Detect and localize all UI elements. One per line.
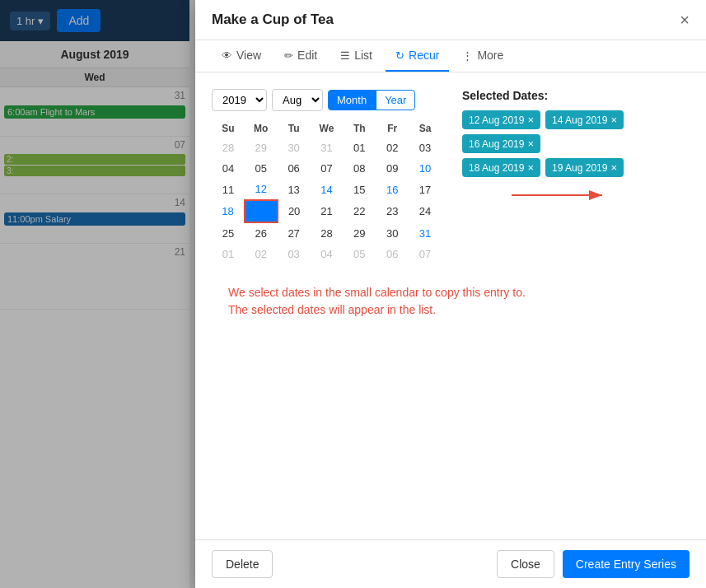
chip-remove-button[interactable]: × bbox=[527, 161, 534, 174]
recur-icon: ↻ bbox=[395, 49, 404, 62]
calendar-day[interactable]: 03 bbox=[409, 138, 442, 158]
tab-more[interactable]: ⋮ More bbox=[452, 40, 513, 72]
recur-section: 2019 Aug Month Year Su Mo bbox=[212, 89, 690, 264]
calendar-day[interactable]: 28 bbox=[212, 138, 245, 158]
modal-title: Make a Cup of Tea bbox=[212, 12, 334, 28]
calendar-week-row: 11 12 13 14 15 16 17 bbox=[212, 179, 442, 200]
tab-view-label: View bbox=[236, 49, 261, 62]
view-toggle: Month Year bbox=[328, 90, 415, 110]
calendar-day[interactable]: 27 bbox=[278, 222, 311, 244]
calendar-day[interactable]: 12 bbox=[245, 179, 278, 200]
modal-title-bar: Make a Cup of Tea × bbox=[195, 0, 706, 40]
calendar-day[interactable]: 04 bbox=[212, 158, 245, 179]
chip-remove-button[interactable]: × bbox=[610, 114, 617, 126]
modal-body: 2019 Aug Month Year Su Mo bbox=[195, 72, 706, 539]
tab-list[interactable]: ☰ List bbox=[330, 40, 382, 72]
mini-calendar: 2019 Aug Month Year Su Mo bbox=[212, 89, 442, 264]
calendar-day[interactable]: 29 bbox=[245, 138, 278, 158]
eye-icon: 👁 bbox=[222, 49, 232, 62]
year-view-button[interactable]: Year bbox=[376, 90, 415, 110]
calendar-day[interactable]: 24 bbox=[409, 200, 442, 222]
selected-dates-panel: Selected Dates: 12 Aug 2019 × 14 Aug 201… bbox=[462, 89, 690, 264]
calendar-day[interactable]: 07 bbox=[311, 158, 344, 179]
col-header-th: Th bbox=[343, 119, 376, 138]
chip-remove-button[interactable]: × bbox=[610, 161, 617, 174]
chip-remove-button[interactable]: × bbox=[527, 114, 534, 126]
calendar-day[interactable]: 21 bbox=[311, 200, 344, 222]
date-chip-3: 16 Aug 2019 × bbox=[462, 134, 540, 153]
month-view-button[interactable]: Month bbox=[328, 90, 376, 110]
calendar-day[interactable]: 16 bbox=[376, 179, 409, 200]
chip-label: 18 Aug 2019 bbox=[469, 162, 524, 174]
calendar-day[interactable]: 01 bbox=[343, 138, 376, 158]
tab-bar: 👁 View ✏ Edit ☰ List ↻ Recur ⋮ More bbox=[195, 40, 706, 72]
month-select[interactable]: Aug bbox=[272, 89, 323, 111]
chip-remove-button[interactable]: × bbox=[527, 138, 534, 150]
chip-label: 12 Aug 2019 bbox=[469, 114, 524, 126]
calendar-day[interactable]: 06 bbox=[278, 158, 311, 179]
col-header-su: Su bbox=[212, 119, 245, 138]
calendar-day[interactable]: 07 bbox=[409, 244, 442, 264]
mini-cal-controls: 2019 Aug Month Year bbox=[212, 89, 442, 111]
calendar-day[interactable]: 13 bbox=[278, 179, 311, 200]
calendar-day[interactable]: 05 bbox=[343, 244, 376, 264]
red-arrow-svg bbox=[512, 184, 610, 207]
col-header-we: We bbox=[311, 119, 344, 138]
delete-button[interactable]: Delete bbox=[212, 550, 273, 578]
col-header-tu: Tu bbox=[278, 119, 311, 138]
calendar-day[interactable]: 15 bbox=[343, 179, 376, 200]
calendar-day[interactable]: 22 bbox=[343, 200, 376, 222]
calendar-day[interactable]: 06 bbox=[376, 244, 409, 264]
calendar-day[interactable]: 08 bbox=[343, 158, 376, 179]
calendar-day[interactable]: 09 bbox=[376, 158, 409, 179]
chip-label: 16 Aug 2019 bbox=[469, 138, 524, 150]
calendar-day[interactable]: 31 bbox=[409, 222, 442, 244]
calendar-day[interactable]: 18 bbox=[212, 200, 245, 222]
col-header-fr: Fr bbox=[376, 119, 409, 138]
calendar-day[interactable]: 31 bbox=[311, 138, 344, 158]
calendar-day[interactable]: 05 bbox=[245, 158, 278, 179]
calendar-day[interactable]: 01 bbox=[212, 244, 245, 264]
modal-dialog: Make a Cup of Tea × 👁 View ✏ Edit ☰ List… bbox=[195, 0, 706, 588]
create-entry-series-button[interactable]: Create Entry Series bbox=[563, 550, 690, 578]
date-chip-1: 12 Aug 2019 × bbox=[462, 110, 540, 129]
modal-close-button[interactable]: × bbox=[680, 12, 690, 28]
calendar-week-row: 25 26 27 28 29 30 31 bbox=[212, 222, 442, 244]
tab-list-label: List bbox=[354, 49, 372, 62]
calendar-week-row: 01 02 03 04 05 06 07 bbox=[212, 244, 442, 264]
calendar-day[interactable]: 02 bbox=[245, 244, 278, 264]
calendar-day[interactable]: 30 bbox=[278, 138, 311, 158]
calendar-day[interactable]: 11 bbox=[212, 179, 245, 200]
close-button[interactable]: Close bbox=[497, 550, 554, 578]
calendar-day[interactable]: 14 bbox=[311, 179, 344, 200]
col-header-mo: Mo bbox=[245, 119, 278, 138]
tab-recur[interactable]: ↻ Recur bbox=[386, 40, 449, 72]
calendar-day[interactable]: 04 bbox=[311, 244, 344, 264]
calendar-day[interactable]: 25 bbox=[212, 222, 245, 244]
footer-right-buttons: Close Create Entry Series bbox=[497, 550, 690, 578]
calendar-day[interactable]: 26 bbox=[245, 222, 278, 244]
calendar-week-row: 18 19 20 21 22 23 24 bbox=[212, 200, 442, 222]
calendar-day[interactable]: 23 bbox=[376, 200, 409, 222]
calendar-day[interactable]: 20 bbox=[278, 200, 311, 222]
calendar-day[interactable]: 29 bbox=[343, 222, 376, 244]
selected-dates-title: Selected Dates: bbox=[462, 89, 690, 102]
tab-more-label: More bbox=[477, 49, 503, 62]
arrow-annotation bbox=[462, 184, 690, 207]
edit-icon: ✏ bbox=[284, 49, 293, 62]
col-header-sa: Sa bbox=[409, 119, 442, 138]
calendar-day[interactable]: 30 bbox=[376, 222, 409, 244]
year-select[interactable]: 2019 bbox=[212, 89, 267, 111]
tab-recur-label: Recur bbox=[409, 49, 439, 62]
date-chips-container: 12 Aug 2019 × 14 Aug 2019 × 16 Aug 2019 … bbox=[462, 110, 690, 153]
calendar-day[interactable]: 10 bbox=[409, 158, 442, 179]
hint-text: We select dates in the small calendar to… bbox=[212, 271, 690, 332]
calendar-day[interactable]: 03 bbox=[278, 244, 311, 264]
calendar-day[interactable]: 28 bbox=[311, 222, 344, 244]
tab-view[interactable]: 👁 View bbox=[212, 40, 271, 72]
tab-edit[interactable]: ✏ Edit bbox=[274, 40, 327, 72]
calendar-day[interactable]: 17 bbox=[409, 179, 442, 200]
chip-label: 14 Aug 2019 bbox=[552, 114, 607, 126]
calendar-day-selected[interactable]: 19 bbox=[245, 200, 278, 222]
calendar-day[interactable]: 02 bbox=[376, 138, 409, 158]
